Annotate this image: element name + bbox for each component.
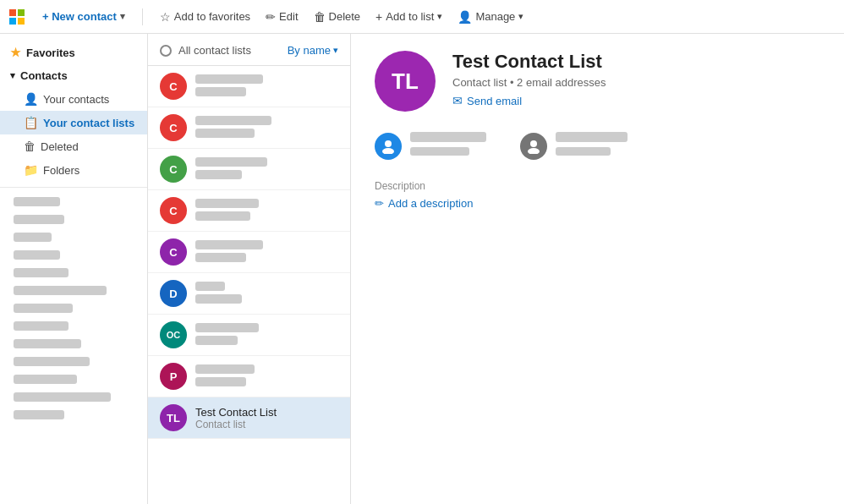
contact-name xyxy=(195,282,338,294)
sidebar-subitem-9[interactable] xyxy=(0,335,147,353)
sidebar-subitem-3[interactable] xyxy=(0,228,147,246)
sidebar-contacts-header[interactable]: ▾ Contacts xyxy=(0,64,147,87)
add-list-chevron: ▾ xyxy=(437,11,442,22)
detail-contact-card-1[interactable] xyxy=(375,132,486,160)
detail-panel: TL Test Contact List Contact list • 2 em… xyxy=(351,34,844,504)
svg-point-7 xyxy=(528,148,540,154)
sidebar-item-folders[interactable]: 📁 Folders xyxy=(0,158,147,182)
person-icon: 👤 xyxy=(24,92,38,106)
edit-button[interactable]: ✏ Edit xyxy=(259,7,304,27)
contact-name xyxy=(195,74,338,87)
contact-sub xyxy=(195,253,338,265)
contact-item-tl[interactable]: TL Test Contact List Contact list xyxy=(148,397,350,439)
subitem-label xyxy=(14,375,77,384)
contact-name-tl: Test Contact List xyxy=(195,406,338,419)
add-to-list-label: Add to list xyxy=(386,10,434,23)
svg-rect-0 xyxy=(9,9,16,16)
sort-button[interactable]: By name ▾ xyxy=(288,44,338,57)
sidebar-subitem-12[interactable] xyxy=(0,388,147,406)
sidebar-subitem-6[interactable] xyxy=(0,282,147,299)
sidebar-favorites-header[interactable]: ★ Favorites xyxy=(0,41,147,64)
contact-card-info-2 xyxy=(556,132,628,160)
all-lists-label: All contact lists xyxy=(178,44,251,57)
subitem-label xyxy=(14,233,52,242)
mini-avatar-1 xyxy=(375,133,402,160)
sidebar-subitem-1[interactable] xyxy=(0,193,147,211)
avatar: C xyxy=(160,73,187,100)
subitem-label xyxy=(14,392,111,402)
detail-contact-card-2[interactable] xyxy=(520,132,628,160)
sidebar-subitem-11[interactable] xyxy=(0,370,147,388)
contact-item-6[interactable]: D xyxy=(148,273,350,315)
avatar: C xyxy=(160,238,187,266)
email-icon: ✉ xyxy=(452,94,463,107)
sidebar-item-contact-lists[interactable]: 📋 Your contact lists xyxy=(0,111,147,134)
contact-name xyxy=(195,323,338,336)
contact-item-5[interactable]: C xyxy=(148,232,350,273)
contact-item-8[interactable]: P xyxy=(148,356,350,397)
delete-icon: 🗑 xyxy=(314,10,326,24)
contact-sub xyxy=(195,377,338,389)
detail-title-block: Test Contact List Contact list • 2 email… xyxy=(452,51,606,107)
send-email-link[interactable]: ✉ Send email xyxy=(452,94,606,107)
sidebar-item-your-contacts[interactable]: 👤 Your contacts xyxy=(0,87,147,111)
detail-contacts-row xyxy=(375,132,820,160)
detail-subtitle: Contact list • 2 email addresses xyxy=(452,76,606,89)
subitem-label xyxy=(14,304,73,313)
add-favorites-button[interactable]: ☆ Add to favorites xyxy=(153,7,257,27)
new-contact-label: + New contact xyxy=(42,10,117,23)
subitem-label xyxy=(14,321,69,331)
description-section: Description ✏ Add a description xyxy=(375,180,820,210)
delete-button[interactable]: 🗑 Delete xyxy=(307,7,368,27)
sidebar-subitem-7[interactable] xyxy=(0,299,147,317)
deleted-label: Deleted xyxy=(41,140,79,153)
svg-rect-1 xyxy=(18,9,25,16)
detail-avatar: TL xyxy=(375,51,436,112)
add-to-list-button[interactable]: + Add to list ▾ xyxy=(369,7,449,27)
add-description-button[interactable]: ✏ Add a description xyxy=(375,197,820,210)
avatar: P xyxy=(160,363,187,390)
contact-name xyxy=(195,199,338,211)
new-contact-chevron: ▾ xyxy=(120,11,125,22)
contact-list-panel: All contact lists By name ▾ C C C xyxy=(148,34,351,504)
sidebar-subitem-10[interactable] xyxy=(0,353,147,370)
contacts-label: Contacts xyxy=(20,69,68,82)
subitem-label xyxy=(14,250,60,260)
main-layout: ★ Favorites ▾ Contacts 👤 Your contacts 📋… xyxy=(0,34,844,504)
contact-info xyxy=(195,74,338,99)
contact-sub xyxy=(195,129,338,140)
folder-icon: 📁 xyxy=(24,163,38,177)
sidebar-subitem-13[interactable] xyxy=(0,406,147,424)
sidebar-subitem-5[interactable] xyxy=(0,264,147,282)
svg-point-4 xyxy=(385,140,392,147)
manage-button[interactable]: 👤 Manage ▾ xyxy=(451,7,530,27)
contact-name xyxy=(195,364,338,377)
contact-item-7[interactable]: OC xyxy=(148,315,350,356)
circle-icon xyxy=(160,45,172,57)
app-logo xyxy=(8,8,25,25)
topbar: + New contact ▾ ☆ Add to favorites ✏ Edi… xyxy=(0,0,844,34)
sort-label: By name xyxy=(288,44,331,57)
sidebar-subitem-2[interactable] xyxy=(0,211,147,228)
contact-item-4[interactable]: C xyxy=(148,190,350,232)
contact-item-1[interactable]: C xyxy=(148,66,350,107)
avatar: OC xyxy=(160,321,187,348)
svg-rect-2 xyxy=(9,18,16,25)
contact-info xyxy=(195,240,338,265)
contact-info xyxy=(195,323,338,348)
svg-point-6 xyxy=(530,140,537,147)
contact-item-2[interactable]: C xyxy=(148,107,350,149)
sidebar-item-deleted[interactable]: 🗑 Deleted xyxy=(0,134,147,158)
manage-icon: 👤 xyxy=(458,10,472,24)
contact-item-3[interactable]: C xyxy=(148,149,350,190)
sidebar-subitem-4[interactable] xyxy=(0,246,147,264)
svg-point-5 xyxy=(382,148,394,154)
pencil-icon: ✏ xyxy=(375,197,384,210)
sidebar-subitem-8[interactable] xyxy=(0,317,147,335)
sidebar: ★ Favorites ▾ Contacts 👤 Your contacts 📋… xyxy=(0,34,148,504)
description-label: Description xyxy=(375,180,820,192)
manage-chevron: ▾ xyxy=(518,11,523,22)
avatar: D xyxy=(160,280,187,307)
new-contact-button[interactable]: + New contact ▾ xyxy=(36,7,132,26)
sidebar-divider xyxy=(0,187,147,188)
